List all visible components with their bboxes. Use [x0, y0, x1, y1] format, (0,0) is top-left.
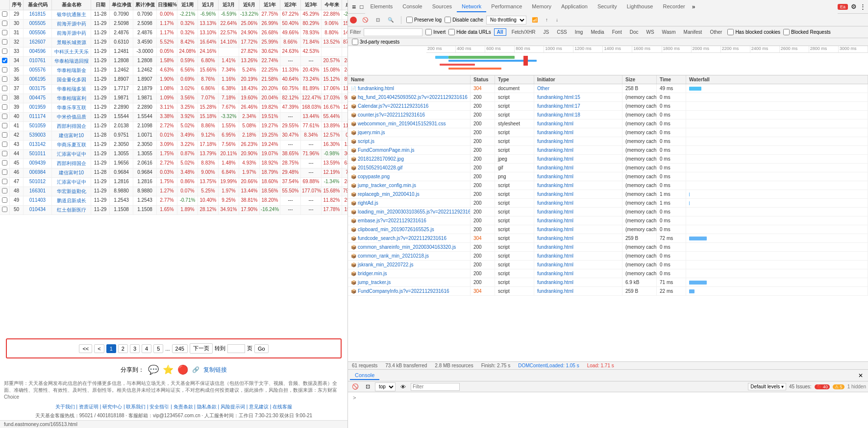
go-btn[interactable]: Go [254, 344, 269, 353]
filter-all-btn[interactable]: All [494, 28, 506, 36]
row-code[interactable]: 011174 [24, 113, 52, 121]
row-name[interactable]: 华泰柏瑞选回报 [52, 57, 91, 66]
row-name[interactable]: 华宏新益勤化 [52, 187, 91, 196]
request-row[interactable]: 📦 rightAd.js 200 script fundranking.html… [348, 199, 868, 208]
row-name[interactable]: 华泰柏瑞富利 [52, 94, 91, 103]
page-btn-4[interactable]: 4 [142, 344, 151, 353]
row-check[interactable] [0, 150, 10, 159]
request-row[interactable]: 📦 jump_tracker_config.min.js 200 script … [348, 181, 868, 190]
row-code[interactable]: 004596 [24, 48, 52, 56]
page-btn-245[interactable]: 245 [172, 344, 188, 353]
page-btn-1[interactable]: 1 [106, 344, 116, 353]
import-btn[interactable]: ↑ [543, 17, 550, 23]
request-row[interactable]: 📦 replacegb_min_20200410.js 200 script f… [348, 190, 868, 199]
request-row[interactable]: 📦 embase.js?v=20221129231616 200 script … [348, 216, 868, 225]
request-row[interactable]: 📦 FundCompanyInfo.js?v=20221129231616 30… [348, 287, 868, 296]
row-check[interactable] [0, 131, 10, 140]
row-check[interactable] [0, 206, 10, 214]
row-name[interactable]: 西部利得国企 [52, 122, 91, 131]
row-name[interactable]: 前海开源中药 [52, 29, 91, 38]
row-name[interactable]: 华商乐夏互联 [52, 141, 91, 149]
row-check[interactable] [0, 29, 10, 38]
request-row[interactable]: 📦 Calendar.js?v=20221129231616 200 scrip… [348, 102, 868, 111]
row-name[interactable]: 鹏道启新成长 [52, 196, 91, 205]
console-tab-btn[interactable]: Console [350, 371, 379, 380]
next-page-btn[interactable]: 下一页 [190, 343, 213, 354]
row-code[interactable]: 001959 [24, 103, 52, 112]
row-name[interactable]: 银华抗通胀主 [52, 10, 91, 19]
row-code[interactable]: 006984 [24, 168, 52, 177]
prev-page-btn[interactable]: < [94, 344, 104, 353]
row-check[interactable] [0, 75, 10, 84]
request-row[interactable]: 📦 20150529140228.gif 200 gif fundranking… [348, 164, 868, 172]
tab-application[interactable]: Application [556, 1, 593, 12]
wechat-icon[interactable]: 💬 [148, 364, 159, 375]
page-btn-5[interactable]: 5 [153, 344, 163, 353]
request-row[interactable]: 📄 fundranking.html 304 document Other 25… [348, 84, 868, 93]
disable-cache-checkbox[interactable]: Disable cache [445, 17, 483, 23]
row-code[interactable]: 006195 [24, 75, 52, 84]
row-check[interactable] [0, 122, 10, 131]
filter-manifest-btn[interactable]: Manifest [681, 29, 705, 35]
tab-sources[interactable]: Sources [427, 1, 457, 12]
row-code[interactable]: 501012 [24, 178, 52, 187]
filter-other-btn[interactable]: Other [707, 29, 724, 35]
tab-network[interactable]: Network [457, 1, 486, 12]
request-row[interactable]: 📦 20181228170902.jpg 200 jpeg fundrankin… [348, 155, 868, 164]
request-row[interactable]: 📦 common_rank_min_20210218.js 200 script… [348, 252, 868, 261]
row-check[interactable] [0, 85, 10, 94]
request-row[interactable]: 📦 common_shareinfo_min_20200304163320.js… [348, 243, 868, 252]
request-row[interactable]: 📦 script.js 200 script fundranking.html … [348, 137, 868, 146]
row-code[interactable]: 161815 [24, 10, 52, 19]
tab-recorder[interactable]: Recorder [658, 1, 690, 12]
row-code[interactable]: 162607 [24, 38, 52, 47]
row-code[interactable]: 539003 [24, 131, 52, 140]
tab-console[interactable]: Console [397, 1, 427, 12]
console-eye-icon[interactable]: 👁 [398, 384, 408, 390]
console-filter-input[interactable] [411, 383, 460, 391]
row-check[interactable] [0, 57, 10, 66]
request-row[interactable]: 📦 clipboard_min_20190726165525.js 200 sc… [348, 225, 868, 234]
row-name[interactable]: 红土创新医疗 [52, 206, 91, 214]
row-check[interactable] [0, 159, 10, 168]
link-icon[interactable]: 🔗 [192, 366, 199, 373]
tab-memory[interactable]: Memory [527, 1, 556, 12]
row-check[interactable] [0, 187, 10, 196]
request-row[interactable]: 📦 counter.js?v=20221129231616 200 script… [348, 111, 868, 119]
filter-doc-btn[interactable]: Doc [627, 29, 641, 35]
row-code[interactable]: 005505 [24, 20, 52, 28]
request-row[interactable]: 📦 webcommon_min_20190415152931.css 200 s… [348, 119, 868, 128]
row-check[interactable] [0, 20, 10, 28]
default-levels-btn[interactable]: Default levels ▾ [748, 383, 786, 390]
row-name[interactable]: 西部利得国企 [52, 159, 91, 168]
request-row[interactable]: 📦 copypaste.png 200 png fundranking.html… [348, 172, 868, 181]
preserve-log-checkbox[interactable]: Preserve log [406, 17, 442, 23]
request-row[interactable]: 📦 jump_tracker.js 200 script fundranking… [348, 278, 868, 287]
row-code[interactable]: 013142 [24, 141, 52, 149]
filter-toggle-btn[interactable]: ⊡ [373, 17, 382, 23]
console-clear-btn[interactable]: 🚫 [350, 383, 361, 390]
filter-media-btn[interactable]: Media [588, 29, 606, 35]
filter-input[interactable] [364, 28, 422, 36]
request-row[interactable]: 📦 FundCommonPage.min.js 200 script fundr… [348, 146, 868, 155]
clear-btn[interactable]: 🚫 [360, 17, 371, 23]
request-row[interactable]: 📦 fundcode_search.js?v=20221129231616 30… [348, 234, 868, 243]
row-check[interactable] [0, 48, 10, 56]
row-code[interactable]: 005576 [24, 66, 52, 75]
settings-icon[interactable]: ⚙ [851, 3, 857, 10]
tab-elements[interactable]: Elements [365, 1, 397, 12]
row-name[interactable]: 华泰柏瑞新金 [52, 66, 91, 75]
copy-link-btn[interactable]: 复制链接 [203, 366, 227, 374]
row-check[interactable] [0, 178, 10, 187]
row-code[interactable]: 010761 [24, 57, 52, 66]
more-icon[interactable]: ⋮ [860, 3, 866, 10]
row-name[interactable]: 前海开源中药 [52, 20, 91, 28]
throttling-select[interactable]: No throttling Fast 3G Slow 3G [486, 16, 526, 24]
filter-ws-btn[interactable]: WS [644, 29, 657, 35]
devtools-undock-icon[interactable]: □ [358, 3, 365, 10]
tab-performance[interactable]: Performance [486, 1, 527, 12]
filter-fetch-btn[interactable]: Fetch/XHR [509, 29, 538, 35]
weibo-icon[interactable]: 🔴 [177, 364, 188, 375]
row-check[interactable] [0, 196, 10, 205]
tab-lighthouse[interactable]: Lighthouse [622, 1, 658, 12]
